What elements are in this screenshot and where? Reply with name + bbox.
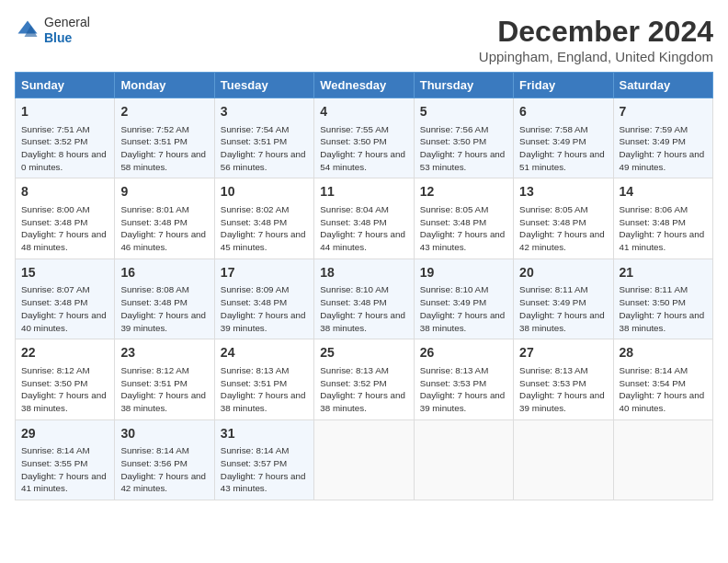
day-info: Sunrise: 8:14 AM Sunset: 3:54 PM Dayligh… <box>620 364 707 415</box>
day-number: 19 <box>420 264 507 282</box>
calendar-week-row: 8Sunrise: 8:00 AM Sunset: 3:48 PM Daylig… <box>16 178 713 259</box>
day-info: Sunrise: 8:08 AM Sunset: 3:48 PM Dayligh… <box>120 283 208 334</box>
day-number: 25 <box>320 344 407 362</box>
weekday-header-row: SundayMondayTuesdayWednesdayThursdayFrid… <box>16 73 713 98</box>
calendar-day-cell: 13Sunrise: 8:05 AM Sunset: 3:48 PM Dayli… <box>514 178 613 259</box>
calendar-day-cell <box>514 419 613 500</box>
calendar-day-cell: 10Sunrise: 8:02 AM Sunset: 3:48 PM Dayli… <box>214 178 313 259</box>
calendar-day-cell: 4Sunrise: 7:55 AM Sunset: 3:50 PM Daylig… <box>314 98 414 178</box>
day-number: 15 <box>21 264 108 282</box>
weekday-header-friday: Friday <box>514 73 613 98</box>
title-block: December 2024 Uppingham, England, United… <box>479 15 713 64</box>
weekday-header-sunday: Sunday <box>16 73 115 98</box>
day-number: 4 <box>320 103 407 121</box>
page-header: General Blue December 2024 Uppingham, En… <box>15 15 713 64</box>
day-number: 11 <box>320 183 407 201</box>
calendar-day-cell: 14Sunrise: 8:06 AM Sunset: 3:48 PM Dayli… <box>613 178 712 259</box>
day-info: Sunrise: 7:52 AM Sunset: 3:51 PM Dayligh… <box>120 123 208 174</box>
calendar-day-cell: 7Sunrise: 7:59 AM Sunset: 3:49 PM Daylig… <box>613 98 712 178</box>
day-info: Sunrise: 8:13 AM Sunset: 3:51 PM Dayligh… <box>221 364 308 415</box>
calendar-day-cell: 21Sunrise: 8:11 AM Sunset: 3:50 PM Dayli… <box>613 259 712 339</box>
month-title: December 2024 <box>479 15 713 49</box>
day-info: Sunrise: 8:06 AM Sunset: 3:48 PM Dayligh… <box>620 203 707 254</box>
calendar-day-cell <box>314 419 414 500</box>
day-number: 3 <box>221 103 308 121</box>
day-info: Sunrise: 8:14 AM Sunset: 3:55 PM Dayligh… <box>21 444 108 495</box>
day-number: 26 <box>420 344 507 362</box>
calendar-day-cell: 12Sunrise: 8:05 AM Sunset: 3:48 PM Dayli… <box>414 178 513 259</box>
day-info: Sunrise: 8:05 AM Sunset: 3:48 PM Dayligh… <box>420 203 507 254</box>
calendar-day-cell: 16Sunrise: 8:08 AM Sunset: 3:48 PM Dayli… <box>115 259 214 339</box>
day-info: Sunrise: 8:00 AM Sunset: 3:48 PM Dayligh… <box>21 203 108 254</box>
calendar-day-cell: 6Sunrise: 7:58 AM Sunset: 3:49 PM Daylig… <box>514 98 613 178</box>
day-number: 13 <box>519 183 607 201</box>
calendar-day-cell: 23Sunrise: 8:12 AM Sunset: 3:51 PM Dayli… <box>115 339 214 419</box>
calendar-day-cell: 25Sunrise: 8:13 AM Sunset: 3:52 PM Dayli… <box>314 339 414 419</box>
weekday-header-saturday: Saturday <box>613 73 712 98</box>
day-number: 28 <box>620 344 707 362</box>
day-number: 14 <box>620 183 707 201</box>
calendar-day-cell: 28Sunrise: 8:14 AM Sunset: 3:54 PM Dayli… <box>613 339 712 419</box>
day-info: Sunrise: 8:02 AM Sunset: 3:48 PM Dayligh… <box>221 203 308 254</box>
calendar-day-cell: 29Sunrise: 8:14 AM Sunset: 3:55 PM Dayli… <box>16 419 115 500</box>
calendar-table: SundayMondayTuesdayWednesdayThursdayFrid… <box>15 72 713 500</box>
weekday-header-thursday: Thursday <box>414 73 513 98</box>
calendar-day-cell: 20Sunrise: 8:11 AM Sunset: 3:49 PM Dayli… <box>514 259 613 339</box>
day-number: 1 <box>21 103 108 121</box>
day-number: 6 <box>519 103 607 121</box>
day-info: Sunrise: 8:14 AM Sunset: 3:56 PM Dayligh… <box>120 444 208 495</box>
day-info: Sunrise: 8:12 AM Sunset: 3:50 PM Dayligh… <box>21 364 108 415</box>
day-number: 17 <box>221 264 308 282</box>
day-number: 30 <box>120 425 208 443</box>
day-info: Sunrise: 7:51 AM Sunset: 3:52 PM Dayligh… <box>21 123 108 174</box>
day-info: Sunrise: 8:14 AM Sunset: 3:57 PM Dayligh… <box>221 444 308 495</box>
day-number: 23 <box>120 344 208 362</box>
day-number: 24 <box>221 344 308 362</box>
calendar-day-cell: 3Sunrise: 7:54 AM Sunset: 3:51 PM Daylig… <box>214 98 313 178</box>
day-info: Sunrise: 8:10 AM Sunset: 3:49 PM Dayligh… <box>420 283 507 334</box>
day-number: 18 <box>320 264 407 282</box>
calendar-day-cell: 31Sunrise: 8:14 AM Sunset: 3:57 PM Dayli… <box>214 419 313 500</box>
day-info: Sunrise: 7:56 AM Sunset: 3:50 PM Dayligh… <box>420 123 507 174</box>
day-info: Sunrise: 7:58 AM Sunset: 3:49 PM Dayligh… <box>519 123 607 174</box>
calendar-day-cell: 24Sunrise: 8:13 AM Sunset: 3:51 PM Dayli… <box>214 339 313 419</box>
calendar-week-row: 22Sunrise: 8:12 AM Sunset: 3:50 PM Dayli… <box>16 339 713 419</box>
calendar-day-cell: 11Sunrise: 8:04 AM Sunset: 3:48 PM Dayli… <box>314 178 414 259</box>
calendar-day-cell: 19Sunrise: 8:10 AM Sunset: 3:49 PM Dayli… <box>414 259 513 339</box>
day-info: Sunrise: 8:04 AM Sunset: 3:48 PM Dayligh… <box>320 203 407 254</box>
day-info: Sunrise: 8:11 AM Sunset: 3:50 PM Dayligh… <box>620 283 707 334</box>
logo-icon <box>15 17 40 43</box>
day-number: 21 <box>620 264 707 282</box>
day-number: 16 <box>120 264 208 282</box>
day-number: 27 <box>519 344 607 362</box>
day-number: 31 <box>221 425 308 443</box>
day-info: Sunrise: 8:11 AM Sunset: 3:49 PM Dayligh… <box>519 283 607 334</box>
calendar-day-cell: 9Sunrise: 8:01 AM Sunset: 3:48 PM Daylig… <box>115 178 214 259</box>
calendar-day-cell <box>414 419 513 500</box>
calendar-day-cell: 17Sunrise: 8:09 AM Sunset: 3:48 PM Dayli… <box>214 259 313 339</box>
day-number: 9 <box>120 183 208 201</box>
day-info: Sunrise: 7:54 AM Sunset: 3:51 PM Dayligh… <box>221 123 308 174</box>
calendar-day-cell: 27Sunrise: 8:13 AM Sunset: 3:53 PM Dayli… <box>514 339 613 419</box>
day-number: 20 <box>519 264 607 282</box>
day-number: 22 <box>21 344 108 362</box>
calendar-day-cell: 1Sunrise: 7:51 AM Sunset: 3:52 PM Daylig… <box>16 98 115 178</box>
day-number: 10 <box>221 183 308 201</box>
day-info: Sunrise: 8:07 AM Sunset: 3:48 PM Dayligh… <box>21 283 108 334</box>
day-number: 2 <box>120 103 208 121</box>
weekday-header-tuesday: Tuesday <box>214 73 313 98</box>
day-info: Sunrise: 7:59 AM Sunset: 3:49 PM Dayligh… <box>620 123 707 174</box>
day-info: Sunrise: 8:09 AM Sunset: 3:48 PM Dayligh… <box>221 283 308 334</box>
day-number: 5 <box>420 103 507 121</box>
day-info: Sunrise: 8:05 AM Sunset: 3:48 PM Dayligh… <box>519 203 607 254</box>
calendar-day-cell: 15Sunrise: 8:07 AM Sunset: 3:48 PM Dayli… <box>16 259 115 339</box>
day-info: Sunrise: 8:10 AM Sunset: 3:48 PM Dayligh… <box>320 283 407 334</box>
day-number: 8 <box>21 183 108 201</box>
calendar-week-row: 1Sunrise: 7:51 AM Sunset: 3:52 PM Daylig… <box>16 98 713 178</box>
day-info: Sunrise: 8:13 AM Sunset: 3:53 PM Dayligh… <box>420 364 507 415</box>
logo-text: General Blue <box>44 15 90 46</box>
calendar-day-cell: 22Sunrise: 8:12 AM Sunset: 3:50 PM Dayli… <box>16 339 115 419</box>
calendar-day-cell: 2Sunrise: 7:52 AM Sunset: 3:51 PM Daylig… <box>115 98 214 178</box>
logo: General Blue <box>15 15 90 46</box>
weekday-header-wednesday: Wednesday <box>314 73 414 98</box>
